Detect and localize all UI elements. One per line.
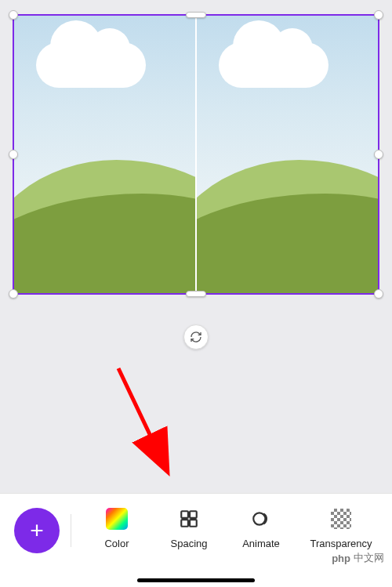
resize-handle-bottom[interactable] <box>186 291 206 297</box>
resize-handle-top[interactable] <box>186 12 206 18</box>
svg-rect-2 <box>181 511 188 518</box>
hill-front <box>195 194 378 293</box>
selected-grid[interactable] <box>13 14 379 295</box>
tool-color[interactable]: Color <box>81 508 153 549</box>
hill-front <box>14 194 195 293</box>
resize-handle-br[interactable] <box>374 289 383 299</box>
tool-label: Spacing <box>171 538 208 549</box>
resize-handle-tr[interactable] <box>374 10 383 20</box>
cloud-shape <box>36 42 146 88</box>
home-indicator <box>137 578 255 582</box>
cycle-button[interactable] <box>183 324 209 350</box>
resize-handle-mr[interactable] <box>374 150 383 159</box>
svg-rect-4 <box>181 520 188 527</box>
tool-spacing[interactable]: Spacing <box>153 508 225 549</box>
tool-animate[interactable]: Animate <box>225 508 297 549</box>
animate-icon <box>250 508 272 530</box>
bottom-toolbar: + Color Spacing <box>0 493 392 587</box>
spacing-icon <box>178 508 200 530</box>
grid-cell[interactable] <box>14 16 195 293</box>
cloud-shape <box>219 42 328 88</box>
resize-handle-bl[interactable] <box>9 289 18 299</box>
refresh-icon <box>190 331 202 343</box>
watermark: php 中文网 <box>327 549 389 567</box>
tool-label: Animate <box>242 538 280 549</box>
tool-position[interactable]: Posi <box>385 508 392 549</box>
svg-rect-5 <box>190 520 197 527</box>
add-button[interactable]: + <box>14 508 60 553</box>
toolbar-scroll[interactable]: Color Spacing Animate <box>81 508 392 549</box>
svg-line-1 <box>118 368 163 462</box>
resize-handle-ml[interactable] <box>9 150 18 159</box>
color-icon <box>106 508 128 530</box>
transparency-icon <box>330 508 352 530</box>
watermark-text: 中文网 <box>354 551 384 565</box>
svg-rect-3 <box>190 511 197 518</box>
plus-icon: + <box>30 517 44 544</box>
annotation-arrow <box>107 361 177 478</box>
toolbar-divider <box>71 514 71 547</box>
grid-cell[interactable] <box>195 16 378 293</box>
tool-transparency[interactable]: Transparency <box>297 508 385 549</box>
watermark-prefix: php <box>332 553 350 564</box>
resize-handle-tl[interactable] <box>9 10 18 20</box>
tool-label: Color <box>104 538 129 549</box>
tool-label: Transparency <box>310 538 372 549</box>
